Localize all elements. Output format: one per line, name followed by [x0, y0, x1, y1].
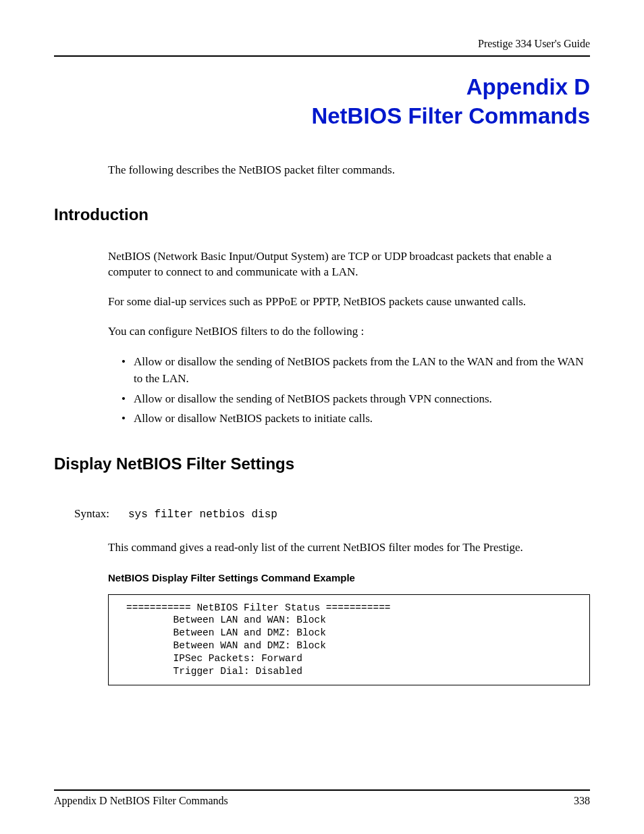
- intro-paragraph: The following describes the NetBIOS pack…: [108, 162, 590, 178]
- list-item: Allow or disallow the sending of NetBIOS…: [122, 353, 590, 388]
- intro-para-1: NetBIOS (Network Basic Input/Output Syst…: [108, 249, 590, 281]
- syntax-label: Syntax:: [74, 507, 128, 521]
- list-item: Allow or disallow the sending of NetBIOS…: [122, 390, 590, 408]
- header-divider: [54, 55, 590, 57]
- footer-left-label: Appendix D NetBIOS Filter Commands: [54, 795, 228, 807]
- title-line-2: NetBIOS Filter Commands: [54, 102, 590, 131]
- page-title: Appendix D NetBIOS Filter Commands: [54, 73, 590, 131]
- syntax-command: sys filter netbios disp: [128, 509, 277, 521]
- display-para-1: This command gives a read-only list of t…: [108, 540, 590, 556]
- title-line-1: Appendix D: [54, 73, 590, 102]
- section-heading-display: Display NetBIOS Filter Settings: [54, 454, 590, 473]
- syntax-row: Syntax: sys filter netbios disp: [74, 507, 590, 521]
- section-heading-introduction: Introduction: [54, 205, 590, 224]
- intro-para-2: For some dial-up services such as PPPoE …: [108, 294, 590, 310]
- intro-para-3: You can configure NetBIOS filters to do …: [108, 323, 590, 340]
- example-subheading: NetBIOS Display Filter Settings Command …: [108, 572, 590, 583]
- footer-page-number: 338: [574, 795, 590, 807]
- code-example-box: =========== NetBIOS Filter Status ======…: [108, 594, 590, 685]
- footer-divider: [54, 789, 590, 791]
- page-footer: Appendix D NetBIOS Filter Commands 338: [54, 789, 590, 807]
- list-item: Allow or disallow NetBIOS packets to ini…: [122, 410, 590, 427]
- intro-bullet-list: Allow or disallow the sending of NetBIOS…: [122, 353, 590, 427]
- header-guide-label: Prestige 334 User's Guide: [54, 38, 590, 50]
